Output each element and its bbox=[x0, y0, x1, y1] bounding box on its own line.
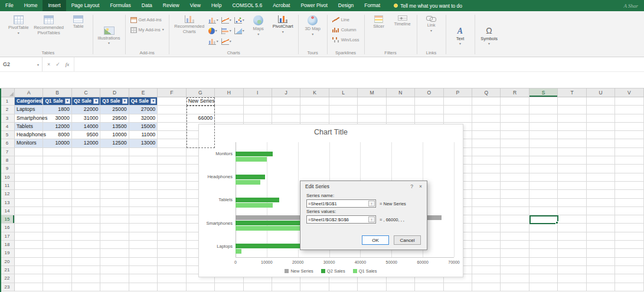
column-header-O[interactable]: O bbox=[415, 88, 443, 97]
cell-B23[interactable] bbox=[43, 283, 71, 291]
column-chart-button[interactable]: ▾ bbox=[208, 15, 220, 25]
cell-V20[interactable] bbox=[615, 258, 643, 266]
cell-Q20[interactable] bbox=[472, 258, 501, 266]
cell-R5[interactable] bbox=[501, 131, 529, 139]
cell-T22[interactable] bbox=[558, 274, 586, 283]
cell-V2[interactable] bbox=[615, 106, 643, 114]
active-cell-selection[interactable] bbox=[529, 215, 558, 224]
cell-D11[interactable] bbox=[100, 182, 129, 190]
cell-C14[interactable] bbox=[72, 207, 100, 215]
cell-R17[interactable] bbox=[501, 232, 529, 241]
cell-F20[interactable] bbox=[158, 258, 186, 266]
cell-Q16[interactable] bbox=[472, 224, 501, 232]
tab-insert[interactable]: Insert bbox=[43, 0, 66, 11]
column-header-I[interactable]: I bbox=[244, 88, 272, 97]
cell-V4[interactable] bbox=[615, 123, 643, 131]
insert-function-icon[interactable]: fx bbox=[66, 61, 70, 67]
cell-Q6[interactable] bbox=[472, 139, 501, 147]
cell-D20[interactable] bbox=[100, 258, 129, 266]
cell-A19[interactable] bbox=[15, 249, 43, 257]
row-header-16[interactable]: 16 bbox=[0, 224, 15, 232]
cell-N23[interactable] bbox=[387, 283, 415, 291]
cell-F22[interactable] bbox=[158, 274, 186, 283]
cell-A17[interactable] bbox=[15, 232, 43, 241]
cell-R7[interactable] bbox=[501, 148, 529, 156]
cell-D22[interactable] bbox=[100, 274, 129, 283]
column-header-N[interactable]: N bbox=[387, 88, 415, 97]
cell-F19[interactable] bbox=[158, 249, 186, 257]
cell-C4[interactable]: 14000 bbox=[72, 123, 100, 131]
cell-B9[interactable] bbox=[43, 165, 71, 173]
cell-V8[interactable] bbox=[615, 156, 643, 165]
tab-acrobat[interactable]: Acrobat bbox=[267, 0, 295, 11]
cell-O2[interactable] bbox=[415, 106, 443, 114]
cell-R15[interactable] bbox=[501, 215, 529, 224]
cell-E16[interactable] bbox=[129, 224, 158, 232]
cell-E10[interactable] bbox=[129, 173, 158, 182]
cell-S8[interactable] bbox=[529, 156, 558, 165]
cell-R16[interactable] bbox=[501, 224, 529, 232]
row-header-3[interactable]: 3 bbox=[0, 114, 15, 123]
cell-R18[interactable] bbox=[501, 241, 529, 249]
sparkline-column-button[interactable]: Column bbox=[331, 25, 361, 34]
cell-R6[interactable] bbox=[501, 139, 529, 147]
cell-A5[interactable]: Headphones bbox=[15, 131, 43, 139]
cell-S14[interactable] bbox=[529, 207, 558, 215]
cell-Q5[interactable] bbox=[472, 131, 501, 139]
cell-V22[interactable] bbox=[615, 274, 643, 283]
cell-D7[interactable] bbox=[100, 148, 129, 156]
cell-Q15[interactable] bbox=[472, 215, 501, 224]
column-header-A[interactable]: A bbox=[15, 88, 43, 97]
cancel-button[interactable]: Cancel bbox=[394, 235, 421, 245]
cell-S19[interactable] bbox=[529, 249, 558, 257]
cell-V10[interactable] bbox=[615, 173, 643, 182]
cell-S1[interactable] bbox=[529, 97, 558, 106]
cell-D18[interactable] bbox=[100, 241, 129, 249]
cell-I23[interactable] bbox=[244, 283, 272, 291]
cell-P23[interactable] bbox=[444, 283, 472, 291]
cell-U9[interactable] bbox=[587, 165, 615, 173]
cell-B8[interactable] bbox=[43, 156, 71, 165]
cell-Q12[interactable] bbox=[472, 190, 501, 198]
cell-B7[interactable] bbox=[43, 148, 71, 156]
cell-T12[interactable] bbox=[558, 190, 586, 198]
slicer-button[interactable]: Slicer bbox=[368, 13, 390, 30]
cell-A9[interactable] bbox=[15, 165, 43, 173]
cell-C13[interactable] bbox=[72, 199, 100, 207]
cell-C11[interactable] bbox=[72, 182, 100, 190]
area-chart-button[interactable]: ▾ bbox=[234, 26, 246, 36]
cell-E23[interactable] bbox=[129, 283, 158, 291]
cell-B17[interactable] bbox=[43, 232, 71, 241]
3d-map-button[interactable]: 3D Map ▾ bbox=[302, 13, 324, 37]
cell-D14[interactable] bbox=[100, 207, 129, 215]
cell-F8[interactable] bbox=[158, 156, 186, 165]
cell-D10[interactable] bbox=[100, 173, 129, 182]
cell-S10[interactable] bbox=[529, 173, 558, 182]
cell-U10[interactable] bbox=[587, 173, 615, 182]
row-header-19[interactable]: 19 bbox=[0, 249, 15, 257]
cell-J2[interactable] bbox=[272, 106, 300, 114]
cell-C19[interactable] bbox=[72, 249, 100, 257]
cell-K23[interactable] bbox=[300, 283, 329, 291]
cell-B20[interactable] bbox=[43, 258, 71, 266]
pivotchart-button[interactable]: PivotChart ▾ bbox=[271, 13, 295, 34]
cell-U14[interactable] bbox=[587, 207, 615, 215]
cell-S4[interactable] bbox=[529, 123, 558, 131]
cell-C12[interactable] bbox=[72, 190, 100, 198]
cell-F9[interactable] bbox=[158, 165, 186, 173]
cell-S23[interactable] bbox=[529, 283, 558, 291]
cell-C2[interactable]: 22000 bbox=[72, 106, 100, 114]
filter-icon[interactable]: ▾ bbox=[93, 99, 99, 104]
cell-B6[interactable]: 10000 bbox=[43, 139, 71, 147]
cell-C18[interactable] bbox=[72, 241, 100, 249]
cell-E14[interactable] bbox=[129, 207, 158, 215]
cell-T5[interactable] bbox=[558, 131, 586, 139]
cell-G3[interactable]: 66000 bbox=[187, 114, 215, 123]
filter-icon[interactable]: ▾ bbox=[151, 99, 156, 104]
dialog-titlebar[interactable]: Edit Series ? × bbox=[300, 181, 427, 192]
cell-A7[interactable] bbox=[15, 148, 43, 156]
cell-C1[interactable]: Q2 Sale▾ bbox=[72, 97, 100, 106]
cell-C6[interactable]: 12000 bbox=[72, 139, 100, 147]
cell-A8[interactable] bbox=[15, 156, 43, 165]
row-header-18[interactable]: 18 bbox=[0, 241, 15, 249]
